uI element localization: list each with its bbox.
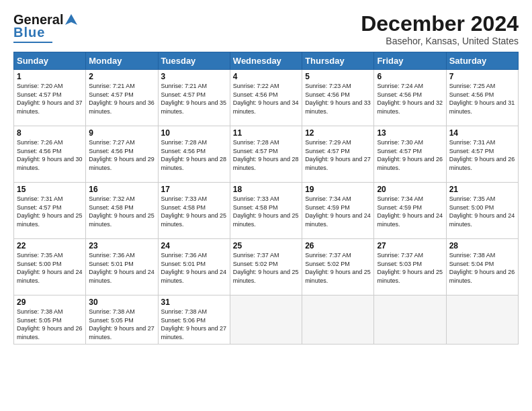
sunrise: Sunrise: 7:33 AM xyxy=(233,195,279,202)
sunrise: Sunrise: 7:37 AM xyxy=(233,252,279,259)
day-number: 5 xyxy=(305,72,371,81)
sunrise: Sunrise: 7:37 AM xyxy=(377,252,423,259)
sunset: Sunset: 4:56 PM xyxy=(89,148,134,154)
day-number: 23 xyxy=(89,241,154,250)
daylight: Daylight: 9 hours and 24 minutes. xyxy=(377,212,443,228)
day-number: 11 xyxy=(233,128,299,138)
table-row: 25Sunrise: 7:37 AMSunset: 5:02 PMDayligh… xyxy=(230,239,302,295)
sunset: Sunset: 5:05 PM xyxy=(89,317,134,324)
table-row: 14Sunrise: 7:31 AMSunset: 4:57 PMDayligh… xyxy=(446,126,518,183)
daylight: Daylight: 9 hours and 26 minutes. xyxy=(377,156,443,171)
daylight: Daylight: 9 hours and 28 minutes. xyxy=(233,156,299,171)
logo-underline xyxy=(13,42,52,43)
day-number: 25 xyxy=(233,241,299,250)
sunset: Sunset: 4:57 PM xyxy=(449,148,494,154)
daylight: Daylight: 9 hours and 25 minutes. xyxy=(305,269,371,284)
sunrise: Sunrise: 7:24 AM xyxy=(377,83,423,89)
day-info: Sunrise: 7:22 AMSunset: 4:56 PMDaylight:… xyxy=(233,82,299,116)
day-number: 15 xyxy=(17,185,83,194)
table-row: 24Sunrise: 7:36 AMSunset: 5:01 PMDayligh… xyxy=(158,239,230,295)
sunrise: Sunrise: 7:28 AM xyxy=(161,139,208,146)
day-info: Sunrise: 7:29 AMSunset: 4:57 PMDaylight:… xyxy=(305,138,371,172)
daylight: Daylight: 9 hours and 26 minutes. xyxy=(17,325,83,340)
day-info: Sunrise: 7:28 AMSunset: 4:56 PMDaylight:… xyxy=(161,138,227,172)
sunrise: Sunrise: 7:29 AM xyxy=(305,139,351,146)
table-row: 17Sunrise: 7:33 AMSunset: 4:58 PMDayligh… xyxy=(158,183,230,239)
col-saturday: Saturday xyxy=(446,52,518,70)
day-info: Sunrise: 7:24 AMSunset: 4:56 PMDaylight:… xyxy=(377,82,443,116)
sunrise: Sunrise: 7:33 AM xyxy=(161,195,208,202)
month-title: December 2024 xyxy=(361,12,519,36)
table-row xyxy=(302,295,374,344)
daylight: Daylight: 9 hours and 24 minutes. xyxy=(17,269,83,284)
calendar-week-row: 8Sunrise: 7:26 AMSunset: 4:56 PMDaylight… xyxy=(14,126,519,183)
day-info: Sunrise: 7:33 AMSunset: 4:58 PMDaylight:… xyxy=(233,195,299,228)
daylight: Daylight: 9 hours and 25 minutes. xyxy=(377,269,443,284)
sunrise: Sunrise: 7:31 AM xyxy=(449,139,496,146)
sunrise: Sunrise: 7:21 AM xyxy=(89,83,135,89)
location: Basehor, Kansas, United States xyxy=(361,36,519,46)
col-thursday: Thursday xyxy=(302,52,374,70)
svg-marker-0 xyxy=(65,14,77,25)
sunset: Sunset: 5:00 PM xyxy=(17,261,62,267)
calendar-table: Sunday Monday Tuesday Wednesday Thursday… xyxy=(13,52,519,344)
table-row: 28Sunrise: 7:38 AMSunset: 5:04 PMDayligh… xyxy=(446,239,518,295)
sunrise: Sunrise: 7:20 AM xyxy=(17,83,63,89)
daylight: Daylight: 9 hours and 24 minutes. xyxy=(305,212,371,228)
page: General Blue December 2024 Basehor, Kans… xyxy=(0,0,532,411)
day-info: Sunrise: 7:27 AMSunset: 4:56 PMDaylight:… xyxy=(89,138,154,172)
sunset: Sunset: 5:05 PM xyxy=(17,317,62,324)
table-row: 15Sunrise: 7:31 AMSunset: 4:57 PMDayligh… xyxy=(14,183,86,239)
sunset: Sunset: 4:56 PM xyxy=(377,91,422,98)
day-number: 12 xyxy=(305,128,371,138)
day-info: Sunrise: 7:26 AMSunset: 4:56 PMDaylight:… xyxy=(17,138,83,172)
daylight: Daylight: 9 hours and 37 minutes. xyxy=(17,99,83,115)
table-row: 6Sunrise: 7:24 AMSunset: 4:56 PMDaylight… xyxy=(374,70,446,126)
table-row: 20Sunrise: 7:34 AMSunset: 4:59 PMDayligh… xyxy=(374,183,446,239)
day-number: 26 xyxy=(305,241,371,250)
day-info: Sunrise: 7:38 AMSunset: 5:05 PMDaylight:… xyxy=(89,308,154,341)
day-number: 13 xyxy=(377,128,443,138)
logo-blue: Blue xyxy=(13,25,45,40)
calendar-week-row: 22Sunrise: 7:35 AMSunset: 5:00 PMDayligh… xyxy=(14,239,519,295)
sunrise: Sunrise: 7:36 AM xyxy=(89,252,135,259)
table-row: 26Sunrise: 7:37 AMSunset: 5:02 PMDayligh… xyxy=(302,239,374,295)
day-number: 9 xyxy=(89,128,154,138)
calendar-week-row: 29Sunrise: 7:38 AMSunset: 5:05 PMDayligh… xyxy=(14,295,519,344)
table-row: 3Sunrise: 7:21 AMSunset: 4:57 PMDaylight… xyxy=(158,70,230,126)
day-number: 24 xyxy=(161,241,227,250)
table-row: 19Sunrise: 7:34 AMSunset: 4:59 PMDayligh… xyxy=(302,183,374,239)
table-row: 11Sunrise: 7:28 AMSunset: 4:57 PMDayligh… xyxy=(230,126,302,183)
day-info: Sunrise: 7:37 AMSunset: 5:03 PMDaylight:… xyxy=(377,251,443,285)
sunset: Sunset: 5:04 PM xyxy=(449,261,494,267)
sunrise: Sunrise: 7:36 AM xyxy=(161,252,208,259)
sunrise: Sunrise: 7:38 AM xyxy=(89,308,135,315)
table-row: 27Sunrise: 7:37 AMSunset: 5:03 PMDayligh… xyxy=(374,239,446,295)
table-row xyxy=(446,295,518,344)
sunset: Sunset: 4:57 PM xyxy=(377,148,422,154)
daylight: Daylight: 9 hours and 24 minutes. xyxy=(89,269,154,284)
logo-icon xyxy=(64,13,79,28)
daylight: Daylight: 9 hours and 26 minutes. xyxy=(449,269,515,284)
sunrise: Sunrise: 7:38 AM xyxy=(449,252,496,259)
daylight: Daylight: 9 hours and 30 minutes. xyxy=(17,156,83,171)
day-number: 31 xyxy=(161,298,227,307)
day-info: Sunrise: 7:37 AMSunset: 5:02 PMDaylight:… xyxy=(233,251,299,285)
table-row: 4Sunrise: 7:22 AMSunset: 4:56 PMDaylight… xyxy=(230,70,302,126)
sunrise: Sunrise: 7:23 AM xyxy=(305,83,351,89)
daylight: Daylight: 9 hours and 26 minutes. xyxy=(449,156,515,171)
day-info: Sunrise: 7:35 AMSunset: 5:00 PMDaylight:… xyxy=(17,251,83,285)
day-info: Sunrise: 7:38 AMSunset: 5:06 PMDaylight:… xyxy=(161,308,227,341)
day-number: 10 xyxy=(161,128,227,138)
sunrise: Sunrise: 7:38 AM xyxy=(161,308,208,315)
day-number: 19 xyxy=(305,185,371,194)
daylight: Daylight: 9 hours and 24 minutes. xyxy=(449,212,515,228)
sunset: Sunset: 5:02 PM xyxy=(233,261,278,267)
sunrise: Sunrise: 7:34 AM xyxy=(377,195,423,202)
daylight: Daylight: 9 hours and 24 minutes. xyxy=(161,269,227,284)
day-number: 7 xyxy=(449,72,515,81)
table-row: 1Sunrise: 7:20 AMSunset: 4:57 PMDaylight… xyxy=(14,70,86,126)
daylight: Daylight: 9 hours and 27 minutes. xyxy=(161,325,227,340)
calendar-week-row: 15Sunrise: 7:31 AMSunset: 4:57 PMDayligh… xyxy=(14,183,519,239)
header: General Blue December 2024 Basehor, Kans… xyxy=(13,12,519,46)
